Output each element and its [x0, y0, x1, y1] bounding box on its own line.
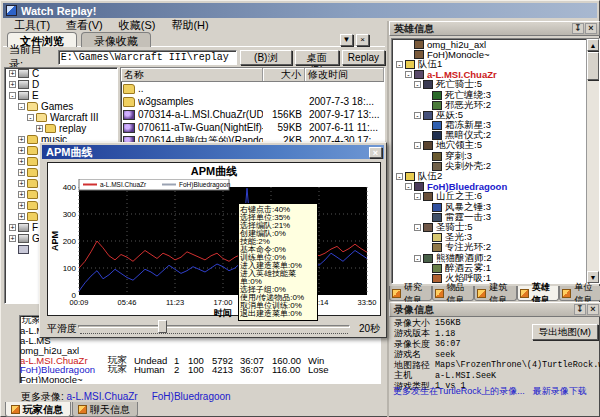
hero-tree-item[interactable]: -a-L.MSI.ChuaZr: [392, 70, 599, 80]
column-date[interactable]: 修改时间: [305, 68, 384, 81]
collapse-icon[interactable]: -: [414, 193, 421, 200]
menu-item[interactable]: 收藏(S): [112, 18, 163, 33]
file-row[interactable]: 070314-a-L.MSI.ChuaZr(UD)-vs...156KB2007…: [121, 108, 384, 121]
tab-单位信息[interactable]: 单位信息: [559, 286, 600, 301]
tab-英雄信息[interactable]: 英雄信息: [517, 286, 560, 301]
drive-icon: [18, 223, 29, 232]
menu-item[interactable]: 工具(T): [7, 18, 57, 33]
expand-icon[interactable]: +: [18, 213, 25, 220]
close-icon[interactable]: ×: [585, 23, 597, 34]
tab-聊天信息[interactable]: 聊天信息: [72, 402, 138, 417]
hero-tree-item[interactable]: -死亡骑士:5: [392, 80, 599, 90]
hero-tree-item[interactable]: 霜冻新星:3: [392, 121, 599, 131]
tab-dropdown-button[interactable]: ▼: [340, 34, 353, 46]
tree-item[interactable]: -Warcraft III: [5, 112, 117, 123]
collapse-icon[interactable]: -: [405, 71, 412, 78]
hero-tree-item[interactable]: -地穴领主:5: [392, 141, 599, 151]
close-icon[interactable]: ×: [369, 147, 382, 158]
collapse-icon[interactable]: -: [414, 142, 421, 149]
scroll-up-icon[interactable]: ▲: [587, 39, 599, 51]
collapse-icon[interactable]: -: [27, 114, 34, 121]
apm-chart[interactable]: 010020030040000:0905:4611:2317:0022:3728…: [49, 179, 379, 319]
close-icon[interactable]: ×: [587, 304, 599, 315]
hero-tree-scrollbar[interactable]: ▲ ▼: [586, 39, 599, 283]
hero-tree-item[interactable]: 醉酒云雾:1: [392, 263, 599, 273]
collapse-icon[interactable]: -: [414, 255, 421, 262]
pin-icon[interactable]: ↧: [572, 23, 584, 34]
hero-tree-item[interactable]: -队伍2: [392, 171, 599, 181]
hero-tree-item[interactable]: -山丘之王:6: [392, 192, 599, 202]
collapse-icon[interactable]: -: [405, 183, 412, 190]
column-size[interactable]: 大小: [263, 68, 305, 81]
more-replay-link[interactable]: FoH)Bluedragoon: [152, 391, 231, 402]
hero-tree-item[interactable]: -FoH)Bluedragoon: [392, 182, 599, 192]
hero-tree-item[interactable]: 邪恶光环:2: [392, 100, 599, 110]
current-dir-input[interactable]: [58, 50, 237, 65]
hero-tree-item[interactable]: 死亡缠绕:3: [392, 90, 599, 100]
hero-tree-item[interactable]: 穿刺:3: [392, 151, 599, 161]
expand-icon[interactable]: +: [18, 136, 25, 143]
expand-icon[interactable]: +: [18, 202, 25, 209]
collapse-icon[interactable]: -: [396, 61, 403, 68]
expand-icon[interactable]: +: [18, 147, 25, 154]
file-row[interactable]: ..: [121, 82, 384, 95]
tree-item[interactable]: +C: [5, 68, 117, 79]
tab-录像收藏[interactable]: 录像收藏: [81, 32, 151, 47]
more-replay-link[interactable]: a-L.MSI.ChuaZr: [67, 391, 138, 402]
player-row[interactable]: FoH)Monocle~: [20, 375, 380, 384]
hero-tree-item[interactable]: -队伍1: [392, 59, 599, 69]
tree-item[interactable]: -Games: [5, 101, 117, 112]
scrollbar-thumb[interactable]: [587, 52, 599, 80]
menu-item[interactable]: 帮助(H): [164, 18, 215, 33]
expand-icon[interactable]: +: [9, 235, 16, 242]
hero-tree-item[interactable]: -巫妖:5: [392, 110, 599, 120]
expand-icon[interactable]: +: [9, 224, 16, 231]
collapse-icon[interactable]: -: [18, 103, 25, 110]
collapse-icon[interactable]: -: [414, 81, 421, 88]
collapse-icon[interactable]: -: [414, 112, 421, 119]
tree-item[interactable]: +D: [5, 79, 117, 90]
hero-tree-item[interactable]: -圣骑士:5: [392, 222, 599, 232]
expand-icon[interactable]: +: [9, 70, 16, 77]
replay-link[interactable]: 最新录像下载: [533, 386, 587, 396]
collapse-icon[interactable]: -: [414, 224, 421, 231]
expand-icon[interactable]: +: [18, 191, 25, 198]
tab-研究信息[interactable]: 研究信息: [389, 286, 432, 301]
hero-tree-item[interactable]: 风暴之锤:3: [392, 202, 599, 212]
expand-icon[interactable]: +: [18, 169, 25, 176]
hero-tree-item[interactable]: omg_hi2u_axl: [392, 39, 599, 49]
replay-link[interactable]: 更多发生在TurtleRock上的录像...: [393, 386, 525, 396]
replay-button[interactable]: Replay: [342, 50, 385, 65]
tree-item[interactable]: +replay: [5, 123, 117, 134]
expand-icon[interactable]: +: [18, 180, 25, 187]
hero-tree-item[interactable]: 专注光环:2: [392, 243, 599, 253]
file-row[interactable]: w3gsamples2007-7-3 18:...: [121, 95, 384, 108]
tab-close-button[interactable]: ×: [356, 34, 369, 46]
expand-icon[interactable]: +: [9, 81, 16, 88]
apm-dialog-title-bar[interactable]: APM曲线 ×: [42, 145, 384, 159]
expand-icon[interactable]: +: [18, 158, 25, 165]
pin-icon[interactable]: ↧: [574, 304, 586, 315]
tab-建筑信息[interactable]: 建筑信息: [474, 286, 517, 301]
browse-button[interactable]: (B)浏览...: [240, 50, 292, 65]
hero-tree-item[interactable]: 雷霆一击:3: [392, 212, 599, 222]
hero-tree-item[interactable]: 圣光:3: [392, 233, 599, 243]
menu-item[interactable]: 查看(V): [59, 18, 110, 33]
desktop-button[interactable]: 桌面(D): [295, 50, 339, 65]
tab-玩家信息[interactable]: 玩家信息: [5, 402, 71, 417]
file-list-header[interactable]: 名称 大小 修改时间: [121, 68, 384, 82]
skill-icon: [432, 152, 442, 161]
expand-icon[interactable]: +: [36, 125, 43, 132]
hero-tree-item[interactable]: 黑暗仪式:2: [392, 131, 599, 141]
smoothness-slider-track[interactable]: [78, 325, 350, 328]
title-bar[interactable]: Watch Replay!: [3, 3, 597, 18]
collapse-icon[interactable]: -: [396, 173, 403, 180]
tab-物品信息[interactable]: 物品信息: [432, 286, 475, 301]
collapse-icon[interactable]: -: [9, 92, 16, 99]
file-row[interactable]: 070611-aTw-Guan(NightElf)-vs...59KB2007-…: [121, 121, 384, 134]
tree-item[interactable]: -E: [5, 90, 117, 101]
export-map-button[interactable]: 导出地图(M): [532, 324, 598, 340]
column-name[interactable]: 名称: [121, 68, 263, 81]
svg-text:33:50: 33:50: [358, 298, 377, 307]
hero-tree-item[interactable]: -熊猫酿酒师:2: [392, 253, 599, 263]
